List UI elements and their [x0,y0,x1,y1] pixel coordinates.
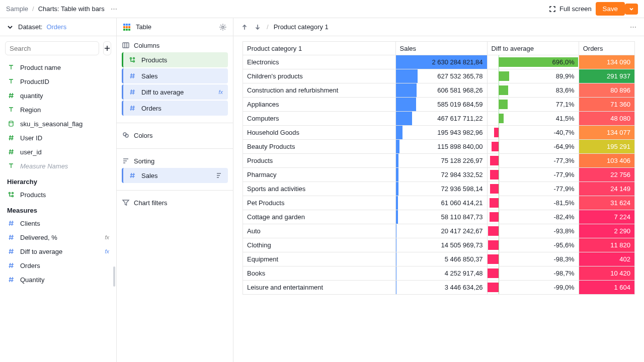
breadcrumb-more-icon[interactable]: ⋯ [109,4,120,15]
field-label: Measure Names [20,162,109,170]
dataset-label: Dataset: [18,23,42,31]
search-input[interactable] [5,41,99,55]
cell-orders: 10 420 [579,266,634,280]
columns-icon [122,41,130,49]
th-orders[interactable]: Orders [579,42,634,55]
column-pill[interactable]: Products [122,52,228,67]
field-item[interactable]: Diff to average [2,244,114,258]
cell-orders: 291 937 [579,69,634,83]
field-label: Clients [20,220,109,227]
breadcrumb-root[interactable]: Sample [6,5,28,13]
field-item[interactable]: Measure Names [2,159,114,173]
cell-orders: 134 077 [579,126,634,139]
field-label: ProductID [20,78,109,85]
cell-diff: 696,0% [488,55,579,69]
pill-type-icon [128,72,136,80]
table-row[interactable]: Appliances585 019 684,5977,1%71 360 [243,98,635,112]
chevron-down-icon[interactable] [6,23,14,31]
field-item[interactable]: Clients [2,216,114,230]
table-row[interactable]: Computers467 617 711,2241,5%48 080 [243,112,635,126]
field-label: quantity [20,92,109,100]
cell-diff: -81,5% [488,196,579,210]
field-item[interactable]: quantity [2,88,114,103]
save-button[interactable]: Save [596,2,625,16]
svg-rect-9 [128,26,130,28]
field-item[interactable]: Region [2,103,114,117]
table-row[interactable]: Products75 128 226,97-77,3%103 406 [243,154,635,168]
breadcrumb-current[interactable]: Charts: Table with bars [38,5,105,13]
table-row[interactable]: Cottage and garden58 110 847,73-82,4%7 2… [243,210,635,224]
more-icon[interactable]: ⋯ [629,23,637,31]
table-row[interactable]: Sports and activities72 936 598,14-77,9%… [243,182,635,196]
arrow-down-icon[interactable] [254,23,262,31]
fullscreen-label: Full screen [559,5,592,13]
save-dropdown-button[interactable] [625,4,638,15]
table-row[interactable]: Auto20 417 242,67-93,8%2 290 [243,224,635,238]
column-pill[interactable]: Diff to averagefx [122,84,228,100]
table-breadcrumb[interactable]: Product category 1 [274,23,329,31]
cell-orders: 11 820 [579,238,634,252]
scrollbar-thumb[interactable] [113,266,115,287]
fields-group-measures: Measures [2,202,114,216]
table-row[interactable]: Household Goods195 943 982,96-40,7%134 0… [243,126,635,140]
field-type-icon [7,247,15,255]
cell-diff: -64,9% [488,140,579,153]
table-row[interactable]: Construction and refurbishment606 581 96… [243,83,635,98]
table-row[interactable]: Electronics2 630 284 821,84696,0%134 090 [243,55,635,69]
data-table: Product category 1 Sales Diff to average… [243,41,635,295]
chart-type-icon [123,23,131,31]
table-row[interactable]: Beauty Products115 898 840,00-64,9%195 2… [243,140,635,154]
field-label: Orders [20,262,109,269]
sorting-pill[interactable]: Sales [122,168,228,183]
table-row[interactable]: Books4 252 917,48-98,7%10 420 [243,266,635,281]
th-category[interactable]: Product category 1 [243,42,396,55]
th-sales[interactable]: Sales [395,42,487,55]
svg-point-3 [12,196,14,197]
cell-diff: -40,7% [488,126,579,139]
colors-icon [122,131,130,139]
field-label: Delivered, % [20,234,100,241]
column-pill[interactable]: Sales [122,68,228,83]
field-item[interactable]: user_id [2,145,114,159]
column-pill[interactable]: Orders [122,101,228,116]
cell-diff: 77,1% [488,98,579,111]
field-item[interactable]: sku_is_seasonal_flag [2,117,114,131]
sort-dir-icon[interactable] [215,171,223,179]
gear-icon[interactable] [219,23,227,31]
cell-category: Leisure and entertainment [243,281,395,294]
field-label: Products [20,191,109,199]
cell-category: Auto [243,224,395,238]
field-item[interactable]: Orders [2,258,114,273]
th-diff[interactable]: Diff to average [487,42,579,55]
cell-orders: 402 [579,252,634,266]
cell-diff: -98,7% [488,266,579,280]
field-item[interactable]: User ID [2,131,114,145]
svg-rect-4 [123,24,125,26]
fullscreen-button[interactable]: Full screen [544,3,596,15]
field-item[interactable]: ProductID [2,74,114,88]
field-item[interactable]: Product name [2,60,114,74]
pill-label: Sales [141,72,158,80]
arrow-up-icon[interactable] [240,23,249,31]
svg-point-2 [12,193,14,194]
table-row[interactable]: Clothing14 505 969,73-95,6%11 820 [243,238,635,252]
field-type-icon [7,276,15,284]
table-row[interactable]: Equipment5 466 850,37-98,3%402 [243,252,635,266]
table-row[interactable]: Pet Products61 060 414,21-81,5%31 624 [243,196,635,210]
svg-point-1 [9,193,11,194]
svg-rect-7 [123,26,125,28]
chart-type-label[interactable]: Table [136,23,151,31]
table-row[interactable]: Leisure and entertainment3 446 634,26-99… [243,281,635,295]
cell-orders: 134 090 [579,55,634,69]
table-row[interactable]: Children's products627 532 365,7889,9%29… [243,69,635,83]
field-item[interactable]: Quantity [2,273,114,287]
field-item[interactable]: Delivered, % [2,230,114,244]
dataset-value[interactable]: Orders [46,23,66,31]
field-item[interactable]: Products [2,188,114,202]
cell-sales: 72 936 598,14 [396,182,487,196]
cell-orders: 195 291 [579,140,634,153]
svg-rect-14 [123,43,129,48]
svg-rect-6 [128,24,130,26]
add-field-button[interactable] [103,41,111,55]
table-row[interactable]: Pharmacy72 984 332,52-77,9%22 756 [243,168,635,182]
